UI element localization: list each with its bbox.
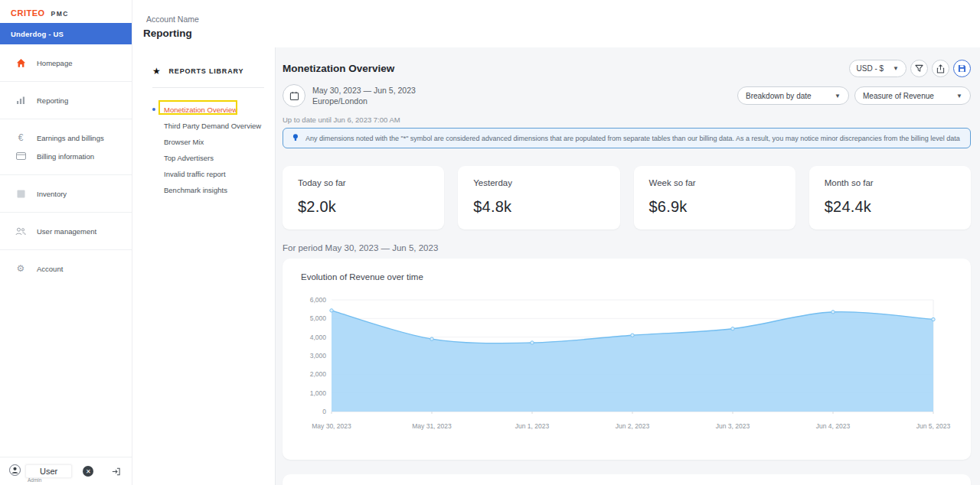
user-area: User Admin ✕ xyxy=(0,457,132,485)
svg-text:5,000: 5,000 xyxy=(310,314,327,322)
sidebar-item-label: User management xyxy=(37,227,96,236)
period-label: For period May 30, 2023 — Jun 5, 2023 xyxy=(283,243,971,252)
report-item-label: Top Advertisers xyxy=(164,154,214,162)
kpi-label: Yesterday xyxy=(473,178,604,187)
logout-icon[interactable] xyxy=(111,467,121,477)
lightbulb-icon xyxy=(292,133,299,143)
kpi-row: Today so far $2.0k Yesterday $4.8k Week … xyxy=(283,166,971,229)
date-picker-button[interactable] xyxy=(283,84,305,107)
date-range-value: May 30, 2023 — Jun 5, 2023 xyxy=(312,85,416,96)
breakdown-value: Breakdown by date xyxy=(746,92,812,100)
kpi-card-yesterday: Yesterday $4.8k xyxy=(458,166,619,229)
reports-library-header: ★ REPORTS LIBRARY xyxy=(152,66,264,76)
export-button[interactable] xyxy=(932,60,949,77)
measure-dropdown[interactable]: Measure of Revenue ▼ xyxy=(854,86,971,105)
up-to-date-text: Up to date until Jun 6, 2023 7:00 AM xyxy=(283,116,971,124)
save-icon xyxy=(958,64,966,73)
sidebar-item-label: Inventory xyxy=(37,190,67,198)
filter-button[interactable] xyxy=(910,60,928,77)
report-item-third-party-demand[interactable]: Third Party Demand Overview xyxy=(152,118,264,134)
divider xyxy=(0,81,132,82)
sidebar-item-label: Account xyxy=(37,265,63,273)
kpi-value: $24.4k xyxy=(825,198,956,216)
measure-value: Measure of Revenue xyxy=(863,92,934,100)
report-item-benchmark-insights[interactable]: Benchmark insights xyxy=(152,182,264,198)
sidebar-item-homepage[interactable]: Homepage xyxy=(0,54,132,72)
sidebar-item-label: Homepage xyxy=(37,59,72,67)
svg-text:Jun 4, 2023: Jun 4, 2023 xyxy=(816,422,851,430)
revenue-area-chart[interactable]: 01,0002,0003,0004,0005,0006,000May 30, 2… xyxy=(295,292,958,434)
kpi-label: Month so far xyxy=(825,178,956,187)
gear-icon: ⚙ xyxy=(15,264,26,273)
kpi-card-week: Week so far $6.9k xyxy=(634,166,795,229)
report-item-label: Third Party Demand Overview xyxy=(164,122,261,130)
reports-library-title: REPORTS LIBRARY xyxy=(169,67,244,75)
sidebar-item-billing[interactable]: Billing information xyxy=(0,147,132,165)
svg-text:Jun 5, 2023: Jun 5, 2023 xyxy=(916,422,951,430)
reports-library-panel: ★ REPORTS LIBRARY Monetization Overview … xyxy=(132,47,276,485)
box-icon xyxy=(15,190,26,198)
info-banner-text: Any dimensions noted with the "*" symbol… xyxy=(305,135,961,142)
breakdown-dropdown[interactable]: Breakdown by date ▼ xyxy=(737,86,849,105)
report-item-invalid-traffic[interactable]: Invalid traffic report xyxy=(152,166,264,182)
divider xyxy=(152,87,264,88)
save-button[interactable] xyxy=(953,60,971,77)
svg-text:May 31, 2023: May 31, 2023 xyxy=(412,422,452,430)
currency-dropdown[interactable]: USD - $ ▼ xyxy=(849,60,906,77)
star-icon: ★ xyxy=(152,66,162,76)
svg-text:Jun 1, 2023: Jun 1, 2023 xyxy=(515,422,550,430)
chevron-down-icon: ▼ xyxy=(893,65,899,72)
sidebar-item-inventory[interactable]: Inventory xyxy=(0,184,132,203)
report-item-label: Benchmark insights xyxy=(164,186,227,194)
credit-card-icon xyxy=(15,152,26,161)
sidebar-item-earnings[interactable]: € Earnings and billings xyxy=(0,129,132,147)
home-icon xyxy=(15,58,26,68)
main-content: Monetization Overview USD - $ ▼ May 30, … xyxy=(276,47,980,485)
export-icon xyxy=(936,64,945,73)
divider xyxy=(0,119,132,119)
sidebar: CRITEO PMC Underdog - US Homepage Report… xyxy=(0,0,132,485)
svg-text:4,000: 4,000 xyxy=(310,334,327,341)
report-title: Monetization Overview xyxy=(283,63,394,74)
svg-text:May 30, 2023: May 30, 2023 xyxy=(312,422,351,430)
kpi-value: $2.0k xyxy=(298,198,429,216)
toolbar: USD - $ ▼ xyxy=(849,60,971,77)
close-icon[interactable]: ✕ xyxy=(83,466,93,477)
criteo-logo: CRITEO xyxy=(11,8,45,18)
date-range: May 30, 2023 — Jun 5, 2023 Europe/London xyxy=(312,85,416,106)
chevron-down-icon: ▼ xyxy=(835,93,841,99)
divider xyxy=(0,212,132,213)
sidebar-item-user-management[interactable]: User management xyxy=(0,222,132,240)
report-item-browser-mix[interactable]: Browser Mix xyxy=(152,134,264,150)
sidebar-item-label: Billing information xyxy=(37,152,94,161)
chevron-down-icon: ▼ xyxy=(956,93,962,99)
filter-icon xyxy=(915,64,923,73)
timezone-value: Europe/London xyxy=(312,96,416,106)
report-item-label: Invalid traffic report xyxy=(164,170,226,178)
next-card-partial xyxy=(283,474,971,485)
page-title: Reporting xyxy=(143,28,192,39)
report-item-monetization-overview[interactable]: Monetization Overview xyxy=(152,102,264,118)
sidebar-item-account[interactable]: ⚙ Account xyxy=(0,259,132,278)
kpi-value: $4.8k xyxy=(473,198,604,216)
pmc-logo-suffix: PMC xyxy=(51,10,69,18)
svg-text:2,000: 2,000 xyxy=(310,370,327,378)
svg-text:Jun 2, 2023: Jun 2, 2023 xyxy=(616,422,650,430)
report-item-label: Monetization Overview xyxy=(164,106,237,114)
svg-text:Jun 3, 2023: Jun 3, 2023 xyxy=(716,422,750,430)
account-selector[interactable]: Underdog - US xyxy=(0,23,132,44)
sidebar-nav: Homepage Reporting € Earnings and billin… xyxy=(0,44,132,281)
users-icon xyxy=(15,227,26,236)
report-item-top-advertisers[interactable]: Top Advertisers xyxy=(152,150,264,166)
divider xyxy=(0,174,132,175)
currency-value: USD - $ xyxy=(857,64,884,73)
sidebar-item-reporting[interactable]: Reporting xyxy=(0,91,132,109)
divider xyxy=(0,249,132,250)
calendar-icon xyxy=(289,91,299,101)
report-item-label: Browser Mix xyxy=(164,138,204,146)
bar-chart-icon xyxy=(15,96,26,105)
account-selector-label: Underdog - US xyxy=(11,30,64,38)
user-name: User xyxy=(25,464,72,478)
sidebar-item-label: Earnings and billings xyxy=(37,134,104,142)
kpi-card-today: Today so far $2.0k xyxy=(283,166,444,229)
